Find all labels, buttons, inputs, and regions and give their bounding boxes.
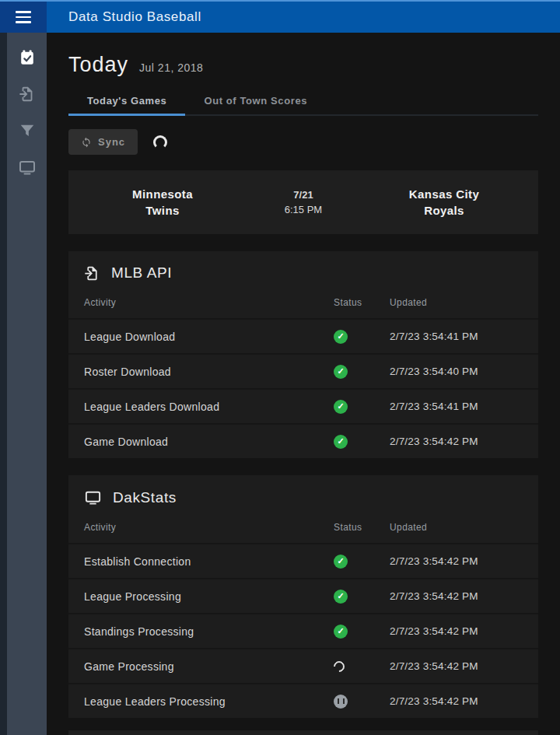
activity-cell: Establish Connection <box>84 555 334 568</box>
game-card[interactable]: Minnesota Twins 7/21 6:15 PM Kansas City… <box>68 170 538 234</box>
table-row: League Leaders Processing 2/7/23 3:54:42… <box>68 683 538 718</box>
filter-funnel-icon <box>19 122 36 139</box>
page-title: Today <box>68 53 128 77</box>
sync-button[interactable]: Sync <box>68 129 138 155</box>
game-datetime: 7/21 6:15 PM <box>256 187 351 218</box>
main-content: Today Jul 21, 2018 Today's Games Out of … <box>47 33 560 735</box>
status-icon <box>334 365 348 379</box>
app-title: Data Studio Baseball <box>47 2 201 33</box>
toolbar: Sync <box>68 129 538 155</box>
activity-cell: Game Processing <box>84 660 334 673</box>
col-activity: Activity <box>84 522 334 533</box>
page-date: Jul 21, 2018 <box>139 61 203 74</box>
activity-cell: League Leaders Processing <box>84 695 334 708</box>
monitor-icon <box>18 158 37 177</box>
updated-cell: 2/7/23 3:54:42 PM <box>379 660 523 672</box>
tab-bar: Today's Games Out of Town Scores <box>68 86 538 116</box>
sidebar-item-filter[interactable] <box>18 121 37 140</box>
loading-spinner <box>153 135 167 149</box>
status-icon <box>334 625 348 639</box>
status-icon <box>334 435 348 449</box>
file-import-icon <box>84 265 100 282</box>
activity-cell: League Download <box>84 331 334 343</box>
status-icon <box>334 400 348 414</box>
column-headers: Activity Status Updated <box>68 509 538 543</box>
mlb-api-section: MLB API Activity Status Updated League D… <box>68 251 538 458</box>
updated-cell: 2/7/23 3:54:42 PM <box>379 695 523 707</box>
table-row: Game Download 2/7/23 3:54:42 PM <box>68 423 538 458</box>
activity-cell: Roster Download <box>84 366 334 378</box>
status-cell <box>334 555 379 569</box>
status-cell <box>334 435 379 449</box>
table-row: League Download 2/7/23 3:54:41 PM <box>68 318 538 353</box>
activity-cell: League Leaders Download <box>84 401 334 413</box>
status-icon <box>331 659 347 674</box>
hamburger-menu-button[interactable] <box>0 2 47 33</box>
updated-cell: 2/7/23 3:54:40 PM <box>379 366 523 377</box>
table-row: Establish Connection 2/7/23 3:54:42 PM <box>68 543 538 578</box>
activity-cell: Standings Processing <box>84 625 334 638</box>
col-updated: Updated <box>379 522 523 533</box>
sync-button-label: Sync <box>98 136 125 148</box>
next-card-partial <box>68 730 538 735</box>
updated-cell: 2/7/23 3:54:41 PM <box>379 401 523 412</box>
col-activity: Activity <box>84 297 334 308</box>
calendar-check-icon <box>19 49 36 66</box>
game-date: 7/21 <box>256 187 351 203</box>
away-team-name: Minnesota Twins <box>69 186 256 219</box>
section-header: MLB API <box>68 251 538 285</box>
section-header: DakStats <box>68 475 538 509</box>
activity-cell: Game Download <box>84 436 334 448</box>
table-row: Game Processing 2/7/23 3:54:42 PM <box>68 648 538 683</box>
status-icon <box>334 695 348 709</box>
status-cell <box>334 625 379 639</box>
status-cell <box>334 365 379 379</box>
dakstats-section: DakStats Activity Status Updated Establi… <box>68 475 538 718</box>
column-headers: Activity Status Updated <box>68 285 538 318</box>
col-status: Status <box>334 522 379 533</box>
sidebar-item-today[interactable] <box>18 48 37 67</box>
status-cell <box>334 590 379 604</box>
tab-out-of-town-scores[interactable]: Out of Town Scores <box>185 86 326 116</box>
sidebar-item-dakstats[interactable] <box>18 158 37 177</box>
table-row: League Leaders Download 2/7/23 3:54:41 P… <box>68 388 538 423</box>
updated-cell: 2/7/23 3:54:42 PM <box>379 590 523 602</box>
file-import-icon <box>19 86 36 103</box>
sync-icon <box>81 137 92 148</box>
status-cell <box>334 400 379 414</box>
sidebar-item-mlb-api[interactable] <box>18 85 37 103</box>
activity-cell: League Processing <box>84 590 334 603</box>
updated-cell: 2/7/23 3:54:42 PM <box>379 436 523 447</box>
updated-cell: 2/7/23 3:54:42 PM <box>379 555 523 567</box>
status-icon <box>334 330 348 344</box>
page-header: Today Jul 21, 2018 <box>68 53 538 77</box>
sidebar <box>0 33 47 735</box>
section-title: DakStats <box>113 489 177 506</box>
updated-cell: 2/7/23 3:54:41 PM <box>379 331 523 342</box>
status-cell <box>334 661 379 672</box>
game-time: 6:15 PM <box>256 202 351 218</box>
table-row: League Processing 2/7/23 3:54:42 PM <box>68 578 538 613</box>
status-cell <box>334 695 379 709</box>
status-cell <box>334 330 379 344</box>
section-title: MLB API <box>111 264 172 282</box>
status-icon <box>334 590 348 604</box>
table-row: Standings Processing 2/7/23 3:54:42 PM <box>68 613 538 648</box>
table-row: Roster Download 2/7/23 3:54:40 PM <box>68 353 538 388</box>
home-team-name: Kansas City Royals <box>351 186 537 219</box>
hamburger-icon <box>16 11 31 13</box>
col-status: Status <box>334 297 379 308</box>
updated-cell: 2/7/23 3:54:42 PM <box>379 625 523 637</box>
monitor-icon <box>84 488 102 506</box>
tab-todays-games[interactable]: Today's Games <box>68 86 185 116</box>
col-updated: Updated <box>379 297 523 308</box>
title-bar: Data Studio Baseball <box>0 0 560 33</box>
status-icon <box>334 555 348 569</box>
